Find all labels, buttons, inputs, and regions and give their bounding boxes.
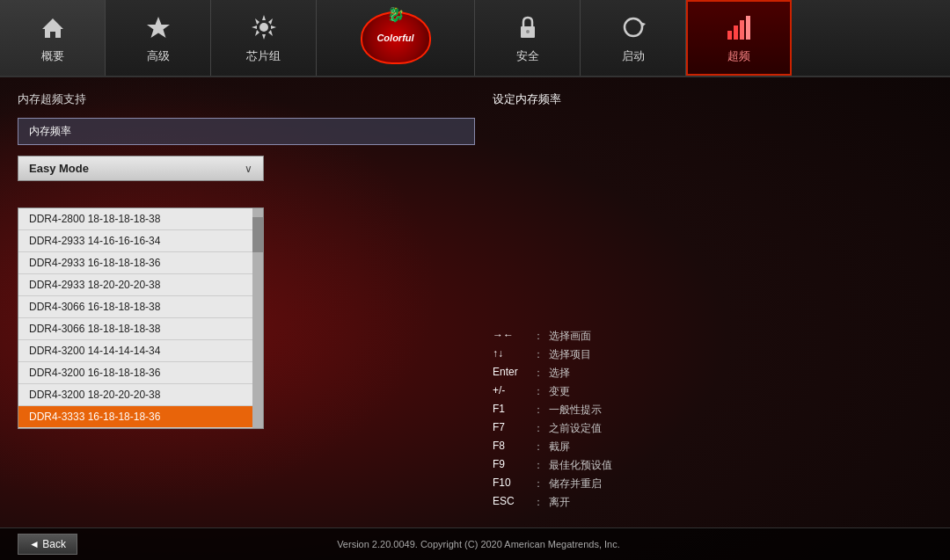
nav-item-security[interactable]: 安全 [475, 0, 581, 76]
shortcut-row-2: Enter ： 选择 [493, 366, 932, 381]
home-icon [37, 11, 69, 43]
shortcut-sep-1: ： [533, 347, 544, 362]
shortcut-row-5: F7 ： 之前设定值 [493, 421, 932, 436]
shortcut-sep-5: ： [533, 421, 544, 436]
svg-rect-6 [734, 25, 738, 40]
shortcut-row-0: →← ： 选择画面 [493, 329, 932, 344]
shortcut-desc-8: 储存并重启 [549, 476, 602, 491]
dragon-icon: 🐉 [387, 6, 405, 23]
dropdown-option-9[interactable]: DDR4-3333 16-18-18-18-36 [18, 406, 263, 428]
shortcut-desc-4: 一般性提示 [549, 403, 602, 418]
gear-icon [248, 11, 280, 43]
nav-label-boot: 启动 [622, 48, 645, 64]
section-title: 内存超频支持 [18, 91, 475, 107]
menu-item-memory-freq[interactable]: 内存频率 [18, 118, 475, 145]
shortcut-row-9: ESC ： 离开 [493, 495, 932, 510]
chevron-down-icon: ∨ [245, 163, 252, 175]
nav-item-oc[interactable]: 超频 [686, 0, 792, 76]
shortcut-desc-3: 变更 [549, 384, 570, 399]
dropdown-scrollbar[interactable] [252, 208, 263, 428]
logo-text: Colorful [376, 33, 413, 43]
top-nav: 概要 高级 芯片组 🐉 Colorful [0, 0, 950, 77]
dropdown-option-5[interactable]: DDR4-3066 18-18-18-18-38 [18, 318, 263, 340]
svg-rect-8 [746, 16, 750, 40]
shortcut-desc-2: 选择 [549, 366, 570, 381]
shortcut-key-3: +/- [493, 384, 528, 399]
shortcut-sep-9: ： [533, 495, 544, 510]
shortcut-desc-0: 选择画面 [549, 329, 591, 344]
shortcut-row-4: F1 ： 一般性提示 [493, 403, 932, 418]
svg-point-1 [259, 23, 268, 32]
dropdown-trigger-label: Easy Mode [29, 162, 89, 175]
dropdown-option-2[interactable]: DDR4-2933 16-18-18-18-36 [18, 252, 263, 274]
nav-label-overview: 概要 [41, 48, 64, 64]
back-button[interactable]: ◄ Back [18, 534, 77, 555]
svg-point-3 [526, 30, 530, 33]
dropdown-trigger[interactable]: Easy Mode ∨ [18, 156, 264, 181]
nav-logo: 🐉 Colorful [317, 0, 475, 76]
dropdown-list: DDR4-2800 18-18-18-18-38 DDR4-2933 14-16… [18, 207, 264, 429]
shortcut-key-1: ↑↓ [493, 347, 528, 362]
shortcut-key-4: F1 [493, 403, 528, 418]
shortcut-row-7: F9 ： 最佳化预设值 [493, 458, 932, 473]
shortcut-key-9: ESC [493, 495, 528, 510]
dropdown-option-6[interactable]: DDR4-3200 14-14-14-14-34 [18, 340, 263, 362]
shortcut-desc-9: 离开 [549, 495, 570, 510]
svg-marker-0 [147, 17, 170, 38]
shortcut-row-3: +/- ： 变更 [493, 384, 932, 399]
shortcut-sep-4: ： [533, 403, 544, 418]
shortcut-desc-5: 之前设定值 [549, 421, 602, 436]
nav-item-boot[interactable]: 启动 [581, 0, 686, 76]
shortcut-key-2: Enter [493, 366, 528, 381]
nav-item-overview[interactable]: 概要 [0, 0, 106, 76]
shortcut-key-7: F9 [493, 458, 528, 473]
main-container: 概要 高级 芯片组 🐉 Colorful [0, 0, 950, 560]
right-panel: 设定内存频率 →← ： 选择画面 ↑↓ ： 选择项目 Enter ： 选择 [493, 91, 932, 513]
shortcut-row-1: ↑↓ ： 选择项目 [493, 347, 932, 362]
shortcut-desc-1: 选择项目 [549, 347, 591, 362]
shortcut-row-8: F10 ： 储存并重启 [493, 476, 932, 491]
lock-icon [512, 11, 544, 43]
nav-label-advanced: 高级 [147, 48, 170, 64]
shortcut-sep-7: ： [533, 458, 544, 473]
info-title: 设定内存频率 [493, 91, 932, 107]
shortcut-key-5: F7 [493, 421, 528, 436]
shortcuts-section: →← ： 选择画面 ↑↓ ： 选择项目 Enter ： 选择 +/- ： [493, 329, 932, 513]
bottom-bar: ◄ Back Version 2.20.0049. Copyright (C) … [0, 527, 950, 560]
dropdown-option-0[interactable]: DDR4-2800 18-18-18-18-38 [18, 208, 263, 230]
dropdown-option-8[interactable]: DDR4-3200 18-20-20-20-38 [18, 384, 263, 406]
refresh-icon [618, 11, 649, 43]
shortcut-desc-7: 最佳化预设值 [549, 458, 612, 473]
shortcut-desc-6: 截屏 [549, 440, 570, 455]
dropdown-option-3[interactable]: DDR4-2933 18-20-20-20-38 [18, 274, 263, 296]
nav-item-advanced[interactable]: 高级 [106, 0, 211, 76]
version-text: Version 2.20.0049. Copyright (C) 2020 Am… [337, 539, 620, 549]
bars-icon [723, 11, 755, 43]
shortcut-sep-8: ： [533, 476, 544, 491]
dropdown-option-7[interactable]: DDR4-3200 16-18-18-18-36 [18, 362, 263, 384]
dropdown-option-1[interactable]: DDR4-2933 14-16-16-16-34 [18, 230, 263, 252]
nav-label-oc: 超频 [727, 48, 750, 64]
info-section: 设定内存频率 [493, 91, 932, 114]
shortcut-row-6: F8 ： 截屏 [493, 440, 932, 455]
dropdown-scroll-thumb [252, 217, 263, 252]
shortcut-sep-0: ： [533, 329, 544, 344]
nav-label-chipset: 芯片组 [246, 48, 281, 64]
shortcut-key-8: F10 [493, 476, 528, 491]
star-icon [142, 11, 174, 43]
nav-label-security: 安全 [516, 48, 539, 64]
content-area: 内存超频支持 内存频率 Easy Mode ∨ DDR4-2800 18-18-… [0, 77, 950, 527]
shortcut-key-0: →← [493, 329, 528, 344]
shortcut-key-6: F8 [493, 440, 528, 455]
shortcut-sep-6: ： [533, 440, 544, 455]
nav-item-chipset[interactable]: 芯片组 [211, 0, 317, 76]
left-panel: 内存超频支持 内存频率 Easy Mode ∨ DDR4-2800 18-18-… [18, 91, 475, 513]
dropdown-area: Easy Mode ∨ DDR4-2800 18-18-18-18-38 DDR… [18, 156, 475, 403]
svg-rect-5 [727, 31, 732, 40]
svg-rect-7 [740, 20, 744, 40]
dropdown-option-4[interactable]: DDR4-3066 16-18-18-18-38 [18, 296, 263, 318]
shortcut-sep-3: ： [533, 384, 544, 399]
colorful-logo: 🐉 Colorful [361, 11, 431, 64]
shortcut-sep-2: ： [533, 366, 544, 381]
